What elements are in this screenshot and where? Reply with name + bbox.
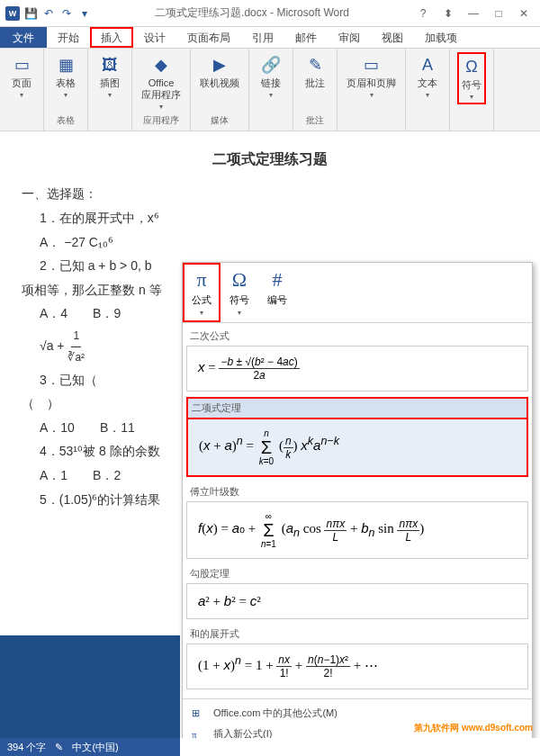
minimize-icon[interactable]: — xyxy=(464,7,482,20)
eq-pythagorean[interactable]: 勾股定理 a² + b² = c² xyxy=(186,564,528,619)
save-icon[interactable]: 💾 xyxy=(23,6,38,21)
eq-pythagorean-box: a² + b² = c² xyxy=(186,583,528,619)
text-icon: A xyxy=(417,54,438,76)
comment-button[interactable]: ✎批注 xyxy=(301,52,329,91)
maximize-icon[interactable]: □ xyxy=(490,7,508,20)
status-bar: 394 个字 ✎ 中文(中国) xyxy=(0,738,180,756)
word-count[interactable]: 394 个字 xyxy=(7,741,46,754)
office-icon: ⊞ xyxy=(192,707,206,719)
tab-references[interactable]: 引用 xyxy=(241,27,284,48)
office-apps-button[interactable]: ◆Office 应用程序▾ xyxy=(140,52,183,112)
watermark: 第九软件网 www.d9soft.com xyxy=(414,722,533,734)
ribbon-tabs: 文件 开始 插入 设计 页面布局 引用 邮件 审阅 视图 加载项 xyxy=(0,27,540,49)
tab-layout[interactable]: 页面布局 xyxy=(176,27,241,48)
eq-quadratic[interactable]: 二次公式 x = −b ± √(b² − 4ac)2a xyxy=(186,327,528,392)
background-panel xyxy=(0,635,180,738)
dropdown-header: π 公式 ▾ Ω 符号 ▾ # 编号 xyxy=(183,263,532,323)
comment-icon: ✎ xyxy=(304,54,326,76)
eq-fourier-box: f(x) = a₀ + ∞Σn=1 (an cos nπxL + bn sin … xyxy=(186,501,528,559)
tab-file[interactable]: 文件 xyxy=(0,27,47,48)
eq-expansion-box: (1 + x)n = 1 + nx1! + n(n−1)x²2! + ⋯ xyxy=(186,644,528,689)
eq-binomial[interactable]: 二项式定理 (x + a)n = nΣk=0 (nk) xkan−k xyxy=(186,397,528,477)
document-area: 二项式定理练习题 一、选择题： 1．在的展开式中，x⁶ A． −27 C₁₀⁶ … xyxy=(0,131,540,738)
title-bar: W 💾 ↶ ↷ ▾ 二项式定理练习题.docx - Microsoft Word… xyxy=(0,0,540,27)
header-footer-button[interactable]: ▭页眉和页脚▾ xyxy=(345,52,398,101)
tab-design[interactable]: 设计 xyxy=(133,27,176,48)
omega-icon: Ω xyxy=(461,56,482,77)
language-status[interactable]: 中文(中国) xyxy=(72,741,118,754)
help-icon[interactable]: ? xyxy=(414,7,432,20)
omega-dropdown-icon: Ω xyxy=(232,268,247,292)
pi-icon: π xyxy=(196,268,206,292)
window-controls: ? ⬍ — □ ✕ xyxy=(407,7,540,20)
office-apps-icon: ◆ xyxy=(150,54,172,76)
pi-small-icon: π xyxy=(192,729,206,739)
qat-dropdown-icon[interactable]: ▾ xyxy=(77,6,92,21)
eq-fourier[interactable]: 傅立叶级数 f(x) = a₀ + ∞Σn=1 (an cos nπxL + b… xyxy=(186,482,528,559)
ribbon: ▭页面▾ ▦表格▾ 表格 🖼插图▾ ◆Office 应用程序▾ 应用程序 ▶联机… xyxy=(0,49,540,131)
tab-review[interactable]: 审阅 xyxy=(328,27,371,48)
picture-icon: 🖼 xyxy=(99,54,121,76)
equation-button[interactable]: π 公式 ▾ xyxy=(183,263,220,322)
close-icon[interactable]: ✕ xyxy=(515,7,533,20)
illustration-button[interactable]: 🖼插图▾ xyxy=(95,52,124,101)
header-icon: ▭ xyxy=(361,54,382,76)
symbol-dropdown-button[interactable]: Ω 符号 ▾ xyxy=(220,263,258,322)
video-icon: ▶ xyxy=(209,54,230,76)
spellcheck-icon[interactable]: ✎ xyxy=(55,742,63,753)
tab-mail[interactable]: 邮件 xyxy=(284,27,328,48)
online-video-button[interactable]: ▶联机视频 xyxy=(198,52,241,91)
eq-binomial-box: (x + a)n = nΣk=0 (nk) xkan−k xyxy=(186,418,528,477)
symbol-button[interactable]: Ω符号▾ xyxy=(457,52,486,104)
tab-addin[interactable]: 加载项 xyxy=(414,27,468,48)
ribbon-toggle-icon[interactable]: ⬍ xyxy=(439,7,457,20)
table-button[interactable]: ▦表格▾ xyxy=(51,52,80,101)
section-header: 一、选择题： xyxy=(22,182,518,206)
word-icon: W xyxy=(5,6,20,21)
number-button[interactable]: # 编号 xyxy=(258,263,296,322)
text-button[interactable]: A文本▾ xyxy=(413,52,442,101)
tab-home[interactable]: 开始 xyxy=(47,27,90,48)
equation-gallery[interactable]: 二次公式 x = −b ± √(b² − 4ac)2a 二项式定理 (x + a… xyxy=(183,323,532,698)
table-icon: ▦ xyxy=(55,54,76,76)
eq-quadratic-box: x = −b ± √(b² − 4ac)2a xyxy=(186,346,528,392)
tab-insert[interactable]: 插入 xyxy=(90,27,133,48)
link-icon: 🔗 xyxy=(260,54,282,76)
page-button[interactable]: ▭页面▾ xyxy=(7,52,36,101)
quick-access-toolbar: W 💾 ↶ ↷ ▾ xyxy=(0,6,97,21)
hash-icon: # xyxy=(273,268,283,292)
undo-icon[interactable]: ↶ xyxy=(41,6,56,21)
window-title: 二项式定理练习题.docx - Microsoft Word xyxy=(97,5,407,21)
equation-dropdown: π 公式 ▾ Ω 符号 ▾ # 编号 二次公式 x = −b ± √(b² − … xyxy=(182,262,533,738)
more-office-equations[interactable]: ⊞Office.com 中的其他公式(M) xyxy=(183,703,532,724)
eq-expansion[interactable]: 和的展开式 (1 + x)n = 1 + nx1! + n(n−1)x²2! +… xyxy=(186,625,528,689)
doc-title: 二项式定理练习题 xyxy=(22,146,518,173)
question-1a: A． −27 C₁₀⁶ xyxy=(40,230,518,255)
link-button[interactable]: 🔗链接▾ xyxy=(256,52,285,101)
redo-icon[interactable]: ↷ xyxy=(59,6,74,21)
question-1: 1．在的展开式中，x⁶ xyxy=(40,206,518,230)
page-icon: ▭ xyxy=(11,54,32,76)
tab-view[interactable]: 视图 xyxy=(371,27,414,48)
